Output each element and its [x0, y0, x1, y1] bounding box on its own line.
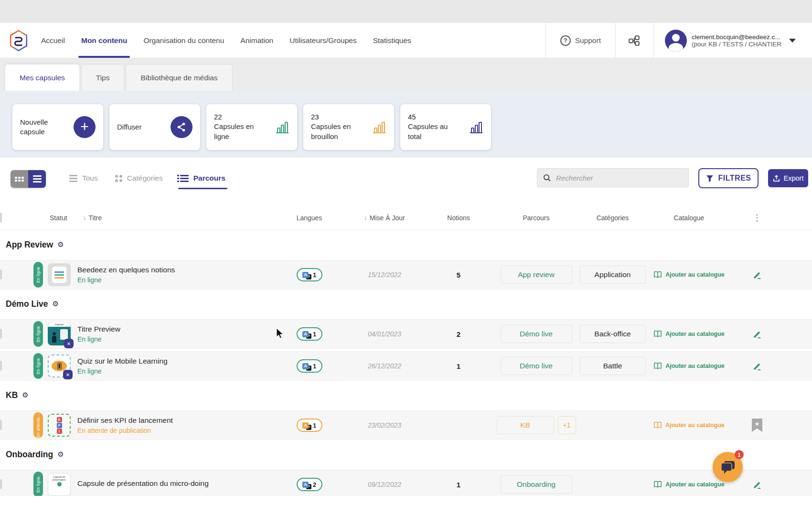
remove-icon[interactable]: ✕ [63, 370, 73, 379]
edit-pencil-icon[interactable] [753, 480, 762, 489]
share-icon[interactable] [171, 116, 192, 138]
layout-toggle[interactable] [11, 170, 46, 188]
view-categories[interactable]: Catégories [115, 174, 163, 183]
add-to-catalogue-button[interactable]: Ajouter au catalogue [647, 362, 731, 370]
translate-icon: A [302, 363, 309, 369]
languages-badge[interactable]: A⇄1 [297, 268, 322, 281]
stat-count: 45 [408, 113, 458, 121]
category-pill[interactable]: Application [580, 266, 646, 284]
view-tous[interactable]: Tous [69, 174, 98, 183]
parcours-extra-badge[interactable]: +1 [558, 416, 576, 434]
gear-icon[interactable]: ⚙ [22, 391, 28, 399]
capsule-thumbnail[interactable]: Capsule de présentation [48, 473, 71, 496]
row-checkbox[interactable] [0, 420, 2, 430]
col-categories: Catégories [578, 214, 647, 222]
add-to-catalogue-button[interactable]: Ajouter au catalogue [647, 481, 731, 488]
column-options[interactable]: ⋮ [731, 212, 783, 223]
nouvelle-capsule-card[interactable]: Nouvelle capsule + [12, 104, 103, 150]
capsule-title[interactable]: Quiz sur le Mobile Learning [77, 357, 267, 366]
nav-organisation-du-contenu[interactable]: Organisation du contenu [143, 23, 224, 58]
col-mise-a-jour[interactable]: ↓Mise À Jour [346, 214, 423, 222]
capsule-title[interactable]: Titre Preview [77, 325, 267, 333]
add-to-catalogue-button[interactable]: Ajouter au catalogue [647, 271, 731, 279]
table-row[interactable]: En attente... KPI Définir ses KPI de lan… [0, 410, 812, 440]
col-parcours: Parcours [494, 214, 578, 222]
tab-mes-capsules[interactable]: Mes capsules [5, 64, 80, 91]
col-notions: Notions [423, 214, 494, 222]
languages-badge[interactable]: A⇄1 [297, 359, 322, 373]
parcours-pill[interactable]: App review [501, 266, 572, 284]
chevron-down-icon[interactable] [789, 39, 796, 43]
diffuser-card[interactable]: Diffuser [109, 104, 200, 150]
edit-pencil-icon[interactable] [753, 362, 762, 371]
capsule-thumbnail[interactable]: Capsule✕ [48, 322, 71, 345]
top-gray-strip [0, 0, 812, 23]
row-checkbox[interactable] [0, 361, 2, 371]
col-titre[interactable]: ↓Titre [77, 214, 272, 222]
capsule-thumbnail[interactable] [48, 263, 71, 286]
search-box [537, 168, 689, 187]
stat-capsules-en-brouillon[interactable]: 23 Capsules en brouillon [303, 104, 394, 150]
capsule-thumbnail[interactable]: ✕ [48, 355, 71, 377]
book-icon [653, 362, 662, 370]
nav-accueil[interactable]: Accueil [41, 23, 65, 58]
gear-icon[interactable]: ⚙ [53, 300, 59, 308]
beedeez-logo[interactable] [9, 30, 29, 52]
languages-badge[interactable]: A⇄2 [297, 478, 322, 491]
status-pill: En ligne [33, 262, 43, 288]
row-checkbox[interactable] [0, 329, 2, 339]
table-row[interactable]: En ligne ✕ Quiz sur le Mobile Learning E… [0, 351, 812, 381]
gear-icon[interactable]: ⚙ [57, 240, 64, 249]
languages-badge[interactable]: A⇄1 [297, 327, 322, 341]
capsule-title[interactable]: Capsule de présentation du micro-doing [77, 479, 267, 488]
gear-icon[interactable]: ⚙ [57, 450, 64, 459]
col-catalogue: Catalogue [647, 214, 731, 222]
table-row[interactable]: En ligne Capsule de présentation Capsule… [0, 470, 812, 499]
list-view-icon[interactable] [28, 170, 46, 188]
nav-animation[interactable]: Animation [240, 23, 273, 58]
export-button[interactable]: Export [768, 169, 808, 187]
plus-icon[interactable]: + [74, 116, 96, 138]
nav-mon-contenu[interactable]: Mon contenu [81, 23, 127, 58]
row-checkbox[interactable] [0, 269, 2, 280]
parcours-pill[interactable]: Onboarding [501, 475, 572, 494]
bookmark-star-icon[interactable]: ★ [752, 419, 762, 432]
updated-date: 23/02/2023 [346, 421, 423, 429]
stat-capsules-au-total[interactable]: 45 Capsules au total [400, 104, 491, 150]
capsule-title[interactable]: Beedeez en quelques notions [77, 266, 267, 274]
remove-icon[interactable]: ✕ [64, 339, 74, 348]
capsule-title[interactable]: Définir ses KPI de lancement [77, 416, 267, 425]
group-header-demo-live: Démo Live ⚙ [0, 293, 812, 314]
category-pill[interactable]: Back-office [580, 325, 646, 343]
parcours-pill[interactable]: Démo live [501, 357, 572, 375]
parcours-pill[interactable]: KB [497, 416, 554, 434]
view-parcours[interactable]: Parcours [180, 174, 225, 183]
user-text: clement.bocquin@beedeez.c... (pour KB / … [692, 33, 781, 48]
hierarchy-button[interactable] [616, 34, 653, 47]
tab-bibliotheque-de-medias[interactable]: Bibliothèque de médias [126, 64, 232, 91]
book-icon [653, 421, 662, 429]
kebab-icon[interactable]: ⋮ [753, 212, 762, 223]
grid-view-icon[interactable] [11, 170, 28, 188]
add-to-catalogue-button[interactable]: Ajouter au catalogue [647, 330, 731, 338]
row-checkbox[interactable] [0, 479, 2, 489]
support-button[interactable]: ? Support [546, 35, 615, 46]
parcours-pill[interactable]: Démo live [501, 325, 572, 343]
nav-utilisateurs-groupes[interactable]: Utilisateurs/Groupes [289, 23, 356, 58]
filtres-button[interactable]: FILTRES [698, 168, 759, 188]
stat-capsules-en-ligne[interactable]: 22 Capsules en ligne [206, 104, 297, 150]
add-to-catalogue-button[interactable]: Ajouter au catalogue [647, 421, 731, 429]
select-all-checkbox[interactable] [0, 213, 2, 223]
category-pill[interactable]: Battle [580, 357, 646, 375]
user-menu[interactable]: clement.bocquin@beedeez.c... (pour KB / … [653, 30, 803, 52]
capsule-thumbnail[interactable]: KPI [48, 414, 71, 437]
tab-tips[interactable]: Tips [81, 64, 125, 91]
search-input[interactable] [556, 174, 683, 182]
support-label: Support [575, 36, 601, 45]
languages-badge[interactable]: A⇄1 [297, 419, 322, 432]
nav-statistiques[interactable]: Statistiques [373, 23, 411, 58]
edit-pencil-icon[interactable] [753, 330, 762, 339]
table-row[interactable]: En ligne Beedeez en quelques notions En … [0, 260, 812, 290]
table-row[interactable]: En ligne Capsule✕ Titre Preview En ligne… [0, 319, 812, 349]
edit-pencil-icon[interactable] [753, 270, 762, 280]
